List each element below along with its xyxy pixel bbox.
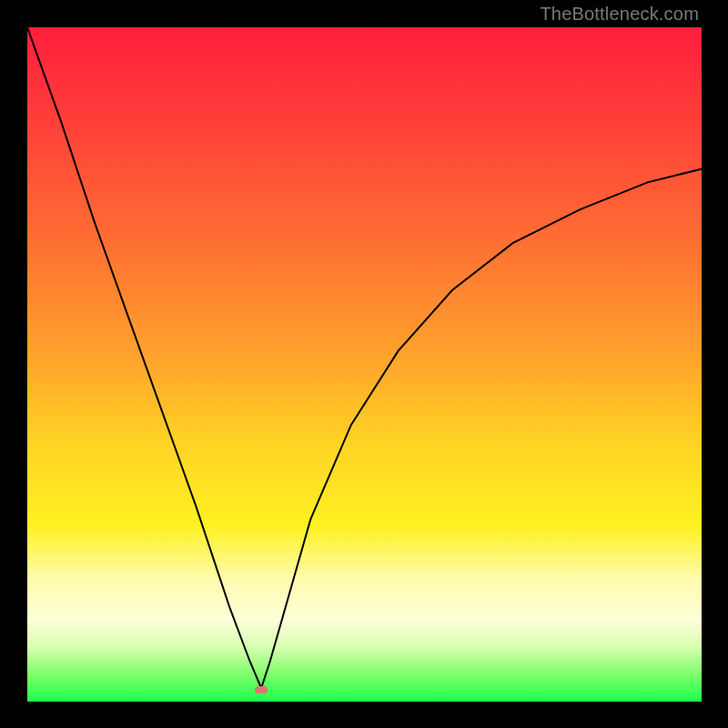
watermark-text: TheBottleneck.com [540,4,699,25]
bottleneck-curve [27,27,702,702]
minimum-marker [255,686,268,693]
plot-area [27,27,702,702]
chart-frame: TheBottleneck.com [0,0,728,728]
